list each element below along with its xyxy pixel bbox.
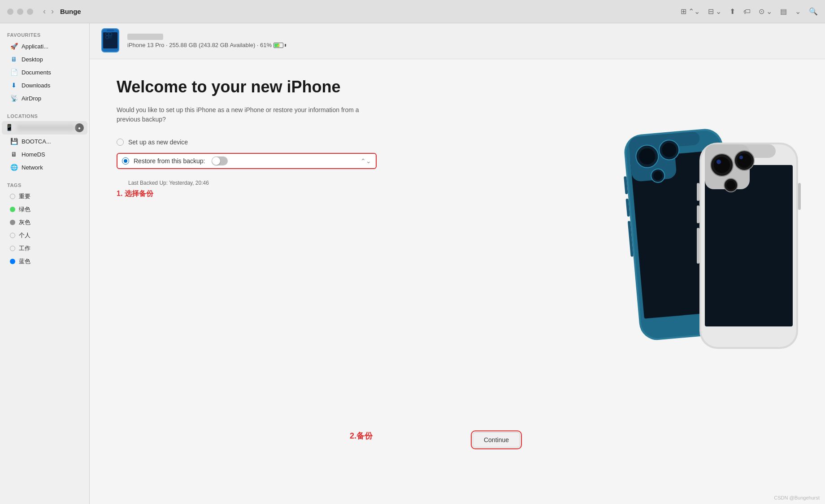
view-list-icon[interactable]: ⊟ ⌄ (708, 7, 721, 16)
sidebar-item-bootcamp[interactable]: 💾 BOOTCA... (3, 135, 87, 148)
airdrop-icon: 📡 (10, 94, 18, 102)
annotation-1: 1. 选择备份 (117, 189, 153, 199)
sidebar-toggle-icon[interactable]: ▤ (780, 7, 787, 16)
chevron-up-down-icon: ⌃⌄ (688, 7, 700, 16)
welcome-title: Welcome to your new iPhone (117, 77, 377, 96)
radio-restore-label: Restore from this backup: (134, 157, 205, 165)
titlebar: ‹ › Bunge ⊞ ⌃⌄ ⊟ ⌄ ⬆ 🏷 ⊙ ⌄ ▤ ⌄ 🔍 (0, 0, 825, 23)
main-layout: Favourites 🚀 Applicati... 🖥 Desktop 📄 Do… (0, 23, 825, 504)
sidebar-item-label-applications: Applicati... (22, 43, 48, 50)
radio-new-device[interactable] (117, 139, 124, 146)
iphone-image-area (592, 59, 825, 504)
documents-icon: 📄 (10, 68, 18, 76)
more-icon[interactable]: ⊙ ⌄ (759, 7, 772, 16)
svg-point-33 (726, 181, 735, 190)
minimize-light[interactable] (17, 9, 23, 15)
dropdown-arrow-icon[interactable]: ⌃⌄ (360, 157, 371, 165)
back-button[interactable]: ‹ (40, 6, 48, 17)
main-panel: Welcome to your new iPhone Would you lik… (90, 59, 825, 504)
sidebar-item-documents[interactable]: 📄 Documents (3, 66, 87, 78)
annotation-2: 2.备份 (350, 430, 373, 441)
sidebar-item-tag-personal[interactable]: 个人 (3, 229, 87, 242)
tag-label-gray: 灰色 (19, 218, 30, 226)
list-icon: ⊟ (708, 7, 714, 16)
phone-icon-container (100, 28, 120, 55)
phone-sidebar-icon: 📱 (5, 124, 13, 132)
dots-icon: ⊙ (759, 7, 764, 16)
close-light[interactable] (7, 9, 13, 15)
sidebar-item-label-downloads: Downloads (22, 82, 50, 89)
iphones-svg (592, 107, 825, 456)
battery-bolt-icon: ⚡ (276, 43, 281, 47)
toolbar-icons: ⊞ ⌃⌄ ⊟ ⌄ ⬆ 🏷 ⊙ ⌄ ▤ ⌄ 🔍 (681, 7, 818, 16)
sidebar-item-label-network: Network (22, 164, 43, 171)
last-backup-text: Last Backed Up: Yesterday, 20:46 (128, 180, 377, 186)
battery-body: ⚡ (274, 43, 283, 48)
tag-label-work: 工作 (19, 244, 30, 252)
locations-section-title: Locations (0, 110, 89, 121)
sidebar-item-desktop[interactable]: 🖥 Desktop (3, 53, 87, 65)
tag-label-personal: 个人 (19, 231, 30, 239)
sidebar-item-tag-green[interactable]: 绿色 (3, 203, 87, 216)
desktop-icon: 🖥 (10, 55, 18, 63)
window-title: Bunge (60, 8, 81, 15)
device-badge: ● (75, 123, 84, 132)
sidebar-item-tag-gray[interactable]: 灰色 (3, 216, 87, 229)
forward-button[interactable]: › (48, 6, 56, 17)
tag-dot-work (10, 246, 15, 251)
tag-dot-gray (10, 220, 15, 225)
share-icon[interactable]: ⬆ (729, 7, 735, 16)
svg-point-7 (106, 35, 109, 39)
radio-restore-backup[interactable] (122, 157, 129, 165)
sidebar-item-tag-work[interactable]: 工作 (3, 242, 87, 255)
tag-icon[interactable]: 🏷 (743, 8, 751, 16)
toggle-switch[interactable] (212, 156, 228, 165)
radio-new-device-label: Set up as new device (128, 139, 188, 146)
device-details-text: iPhone 13 Pro · 255.88 GB (243.82 GB Ava… (127, 42, 272, 48)
traffic-lights (7, 9, 33, 15)
sidebar-item-applications[interactable]: 🚀 Applicati... (3, 40, 87, 52)
sidebar-item-label-documents: Documents (22, 69, 51, 76)
panel-arrow-icon[interactable]: ⌄ (795, 7, 801, 16)
sidebar-item-downloads[interactable]: ⬇ Downloads (3, 79, 87, 91)
backup-select[interactable] (209, 156, 360, 165)
sidebar-item-network[interactable]: 🌐 Network (3, 161, 87, 174)
device-details: iPhone 13 Pro · 255.88 GB (243.82 GB Ava… (127, 42, 286, 48)
tag-dot-important (10, 194, 15, 199)
battery-icon: ⚡ (274, 43, 286, 48)
sidebar-item-label-bootcamp: BOOTCA... (22, 138, 51, 145)
sidebar-item-tag-important[interactable]: 重要 (3, 190, 87, 203)
arrow-icon: ⌄ (795, 7, 801, 16)
welcome-subtitle: Would you like to set up this iPhone as … (117, 105, 377, 124)
watermark: CSDN @Bungehurst (774, 495, 820, 500)
radio-group: Set up as new device Restore from this b… (117, 139, 377, 169)
downloads-icon: ⬇ (10, 81, 18, 89)
svg-point-31 (737, 153, 751, 168)
toggle-knob (212, 157, 220, 165)
sidebar-item-label-desktop: Desktop (22, 56, 43, 63)
sidebar-item-tag-blue[interactable]: 蓝色 (3, 255, 87, 268)
continue-button[interactable]: Continue (473, 432, 520, 448)
svg-point-35 (739, 156, 743, 159)
radio-option-new[interactable]: Set up as new device (117, 139, 377, 146)
svg-point-5 (106, 32, 109, 35)
radio-option-restore[interactable]: Restore from this backup: ⌃⌄ (117, 153, 377, 169)
tag-dot-blue (10, 259, 15, 264)
battery-tip (285, 44, 286, 47)
sidebar-item-airdrop[interactable]: 📡 AirDrop (3, 92, 87, 104)
device-label (17, 125, 75, 130)
svg-point-6 (109, 32, 112, 35)
network-icon: 🌐 (10, 163, 18, 171)
applications-icon: 🚀 (10, 42, 18, 50)
svg-rect-37 (697, 183, 699, 201)
tag-label-blue: 蓝色 (19, 257, 30, 265)
content-area: iPhone 13 Pro · 255.88 GB (243.82 GB Ava… (90, 23, 825, 504)
view-toggle-icon[interactable]: ⊞ ⌃⌄ (681, 7, 700, 16)
sidebar-item-homeds[interactable]: 🖥 HomeDS (3, 148, 87, 161)
sidebar-item-label-airdrop: AirDrop (22, 95, 41, 102)
search-icon[interactable]: 🔍 (809, 7, 818, 16)
device-header: iPhone 13 Pro · 255.88 GB (243.82 GB Ava… (90, 23, 825, 59)
sidebar-item-device[interactable]: 📱 ● (2, 121, 87, 135)
chevron-down-small-icon: ⌄ (766, 7, 772, 16)
fullscreen-light[interactable] (27, 9, 33, 15)
